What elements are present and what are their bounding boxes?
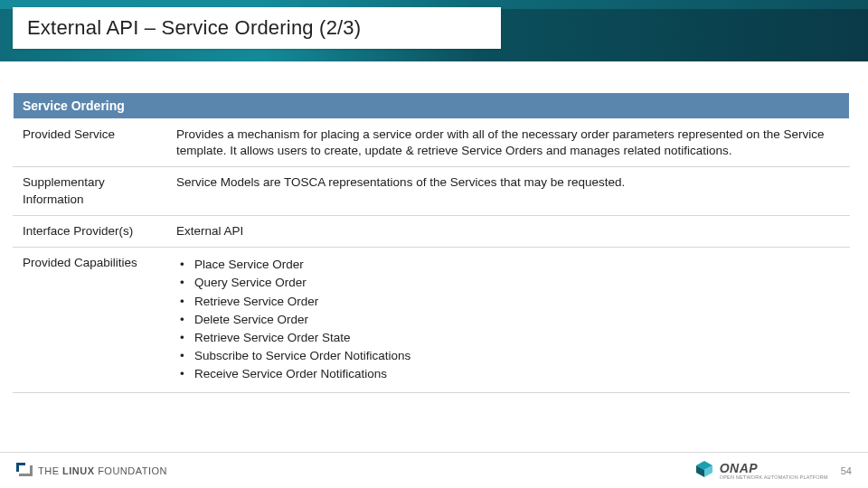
capability-item: Retrieve Service Order: [180, 294, 840, 310]
service-table: Service Ordering Provided Service Provid…: [13, 92, 850, 393]
capabilities-list: Place Service OrderQuery Service OrderRe…: [176, 257, 840, 383]
onap-text: ONAP: [720, 461, 828, 475]
footer-right: ONAP OPEN NETWORK AUTOMATION PLATFORM 54: [694, 459, 852, 483]
row-supplementary: Supplementary Information Service Models…: [14, 167, 850, 215]
label-capabilities: Provided Capabilities: [14, 248, 167, 393]
svg-rect-4: [30, 465, 33, 476]
label-provided-service: Provided Service: [14, 119, 167, 167]
lf-text: THE LINUX FOUNDATION: [38, 465, 167, 476]
title-container: External API – Service Ordering (2/3): [13, 7, 501, 49]
section-header: Service Ordering: [14, 93, 850, 119]
row-capabilities: Provided Capabilities Place Service Orde…: [14, 248, 850, 393]
page-title: External API – Service Ordering (2/3): [27, 16, 361, 40]
header-band: External API – Service Ordering (2/3): [0, 0, 868, 61]
content-area: Service Ordering Provided Service Provid…: [0, 61, 868, 393]
onap-logo: ONAP OPEN NETWORK AUTOMATION PLATFORM: [694, 459, 828, 483]
onap-subtext: OPEN NETWORK AUTOMATION PLATFORM: [720, 474, 828, 480]
row-interface-providers: Interface Provider(s) External API: [14, 215, 850, 247]
page-number: 54: [841, 465, 852, 476]
footer: THE LINUX FOUNDATION ONAP OPEN NETWORK A…: [0, 452, 868, 488]
onap-cube-icon: [694, 459, 714, 483]
label-supplementary: Supplementary Information: [14, 167, 167, 215]
capability-item: Receive Service Order Notifications: [180, 366, 840, 382]
value-supplementary: Service Models are TOSCA representations…: [167, 167, 850, 215]
value-provided-service: Provides a mechanism for placing a servi…: [167, 119, 850, 167]
linux-foundation-logo: THE LINUX FOUNDATION: [16, 463, 167, 479]
svg-rect-2: [16, 463, 19, 472]
label-interface-providers: Interface Provider(s): [14, 215, 167, 247]
capability-item: Delete Service Order: [180, 312, 840, 328]
capability-item: Query Service Order: [180, 275, 840, 291]
capability-item: Retrieve Service Order State: [180, 330, 840, 346]
lf-mark-icon: [16, 463, 33, 479]
value-capabilities: Place Service OrderQuery Service OrderRe…: [167, 248, 850, 393]
value-interface-providers: External API: [167, 215, 850, 247]
capability-item: Place Service Order: [180, 257, 840, 273]
row-provided-service: Provided Service Provides a mechanism fo…: [14, 119, 850, 167]
capability-item: Subscribe to Service Order Notifications: [180, 348, 840, 364]
